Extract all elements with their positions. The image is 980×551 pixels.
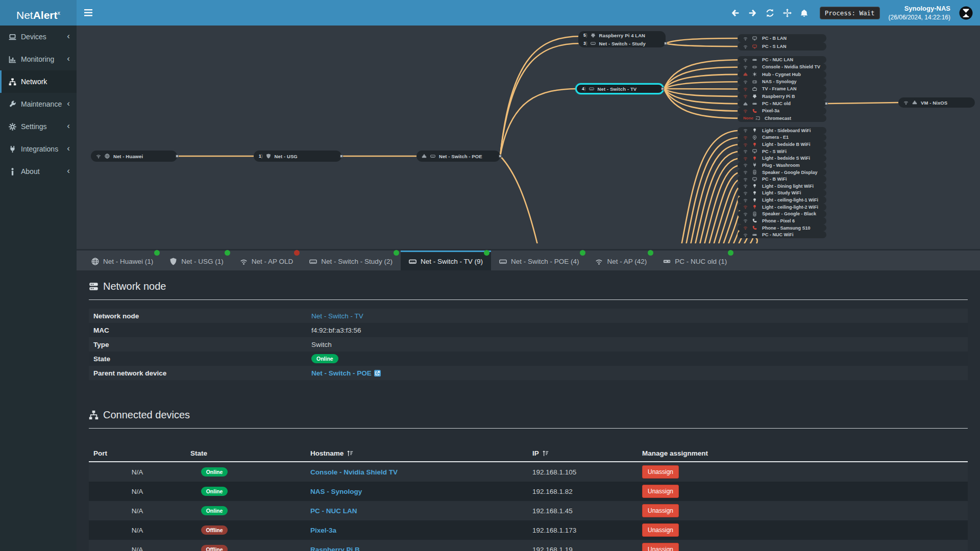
- laptop-icon: [9, 33, 16, 41]
- brand-logo[interactable]: NetAlertx: [0, 0, 77, 26]
- network-topology-diagram[interactable]: Net - Huawei1)Net - USGNet - Switch - PO…: [77, 26, 980, 249]
- sidebar-item-label: Monitoring: [21, 55, 54, 63]
- device-leaf[interactable]: Light - bedside S WiFi: [738, 155, 826, 162]
- device-leaf[interactable]: Light - Dining light WiFi: [738, 183, 826, 190]
- tab-net-switch-study-2-[interactable]: Net - Switch - Study (2): [301, 251, 401, 270]
- wifi-icon: [743, 198, 748, 203]
- device-leaf[interactable]: Plug - Washroom: [738, 162, 826, 169]
- unassign-button[interactable]: Unassign: [642, 543, 679, 551]
- hostname-link[interactable]: Pixel-3a: [310, 527, 336, 534]
- globe-icon: [105, 154, 110, 159]
- device-leaf[interactable]: Light - ceiling-light-1 WiFi: [738, 196, 826, 204]
- sidebar-toggle-button[interactable]: [77, 0, 100, 26]
- hostname-link[interactable]: Raspberry Pi B: [310, 546, 360, 551]
- nav-forward-button[interactable]: [748, 9, 757, 17]
- user-avatar[interactable]: [959, 6, 973, 20]
- notifications-bell-button[interactable]: [800, 9, 808, 17]
- plug-icon: [752, 163, 757, 167]
- topology-edges: [77, 26, 980, 243]
- device-leaf[interactable]: PC - NUC LAN: [738, 56, 826, 63]
- tab-net-switch-poe-4-[interactable]: Net - Switch - POE (4): [491, 251, 587, 270]
- status-dot: [394, 250, 399, 256]
- network-node-section-title: Network node: [89, 281, 968, 292]
- device-leaf[interactable]: NoneChromecast: [738, 115, 826, 122]
- wifi-icon: [743, 163, 748, 167]
- connected-devices-section-title: Connected devices: [89, 409, 968, 421]
- bulb-icon: [752, 128, 757, 133]
- device-leaf[interactable]: Pixel-3a: [738, 107, 826, 114]
- device-leaf[interactable]: NAS - Synology: [738, 78, 826, 85]
- speaker-icon: [752, 212, 757, 216]
- ip-sort-header[interactable]: IP: [528, 449, 638, 457]
- unassign-button[interactable]: Unassign: [642, 504, 679, 517]
- wifi-icon: [743, 109, 748, 113]
- shield-icon: [266, 154, 271, 159]
- device-leaf[interactable]: PC - NUC old: [738, 100, 826, 107]
- tab-net-usg-1-[interactable]: Net - USG (1): [161, 251, 232, 270]
- sidebar-item-devices[interactable]: Devices‹: [0, 26, 77, 48]
- device-leaf[interactable]: Phone - Pixel 6: [738, 217, 826, 224]
- sidebar-item-settings[interactable]: Settings‹: [0, 115, 77, 138]
- detail-row: StateOnline: [89, 352, 968, 366]
- device-leaf[interactable]: Raspberry Pi B: [738, 93, 826, 100]
- topology-node-huawei[interactable]: Net - Huawei: [91, 151, 177, 162]
- sidebar-item-network[interactable]: Network: [0, 70, 77, 93]
- wifi-icon: [743, 87, 748, 91]
- sidebar-item-integrations[interactable]: Integrations‹: [0, 138, 77, 160]
- state-pill: Offline: [201, 545, 228, 551]
- tab-net-switch-tv-9-[interactable]: Net - Switch - TV (9): [401, 251, 491, 270]
- device-leaf[interactable]: PC - S WiFi: [738, 148, 826, 155]
- topology-node-combo[interactable]: 5)Raspberry Pi 4 LAN3)Net - Switch - Stu…: [578, 31, 666, 47]
- device-leaf[interactable]: Light - bedside B WiFi: [738, 141, 826, 148]
- pc-icon: [752, 58, 757, 62]
- sidebar-item-about[interactable]: About‹: [0, 160, 77, 183]
- cast-icon: [755, 116, 760, 120]
- network-node-tabbar: Net - Huawei (1)Net - USG (1)Net - AP OL…: [77, 251, 980, 270]
- device-leaf[interactable]: TV - Frame LAN: [738, 85, 826, 92]
- parent-node-link[interactable]: Net - Switch - POE: [311, 369, 372, 377]
- unassign-button[interactable]: Unassign: [642, 485, 679, 498]
- device-leaf[interactable]: Camera - E1: [738, 134, 826, 141]
- unassign-button[interactable]: Unassign: [642, 523, 679, 537]
- raspberry-icon: [752, 94, 757, 98]
- phone-icon: [752, 226, 757, 230]
- topology-node-usg[interactable]: 1)Net - USG: [254, 151, 341, 162]
- node-link[interactable]: Net - Switch - TV: [311, 312, 363, 320]
- topology-node-vm[interactable]: VM - NixOS: [898, 97, 975, 108]
- tab-pc-nuc-old-1-[interactable]: PC - NUC old (1): [655, 251, 735, 270]
- device-leaf[interactable]: Light - Study WiFi: [738, 190, 826, 197]
- connected-devices-table: PortStateHostname IP Manage assignmentN/…: [89, 445, 968, 551]
- device-leaf[interactable]: Speaker - Google - Black: [738, 211, 826, 218]
- sidebar-item-monitoring[interactable]: Monitoring‹: [0, 48, 77, 70]
- hostname-sort-header[interactable]: Hostname: [306, 449, 528, 457]
- sidebar-item-label: Integrations: [21, 145, 58, 153]
- hostname-link[interactable]: PC - NUC LAN: [310, 507, 357, 515]
- device-leaf[interactable]: Light - ceiling-light-2 WiFi: [738, 204, 826, 211]
- refresh-button[interactable]: [766, 9, 774, 17]
- device-leaf[interactable]: Phone - Samsung S10: [738, 224, 826, 232]
- device-group-g3: Light - Sideboard WiFiCamera - E1Light -…: [738, 127, 826, 238]
- device-leaf[interactable]: Light - Sideboard WiFi: [738, 127, 826, 134]
- topology-node-tv[interactable]: 4)Net - Switch - TV: [575, 83, 664, 94]
- monitor-icon: [752, 149, 757, 154]
- nav-back-button[interactable]: [731, 9, 740, 17]
- bulb-icon: [752, 191, 757, 195]
- device-leaf[interactable]: PC - B LAN: [738, 34, 826, 42]
- device-leaf[interactable]: PC - B WiFi: [738, 176, 826, 183]
- hostname-link[interactable]: NAS - Synology: [310, 488, 362, 495]
- tab-net-ap-42-[interactable]: Net - AP (42): [587, 251, 655, 270]
- device-leaf[interactable]: PC - S LAN: [738, 42, 826, 51]
- sidebar-item-maintenance[interactable]: Maintenance‹: [0, 93, 77, 115]
- topology-node-poe[interactable]: Net - Switch - POE: [416, 151, 500, 162]
- device-leaf[interactable]: Speaker - Google Display: [738, 169, 826, 176]
- device-leaf[interactable]: Console - Nvidia Shield TV: [738, 63, 826, 70]
- status-dot: [294, 250, 300, 256]
- device-leaf[interactable]: Hub - Cygnet Hub: [738, 71, 826, 78]
- device-leaf[interactable]: PC - NUC WiFi: [738, 231, 826, 238]
- tab-net-ap-old[interactable]: Net - AP OLD: [232, 251, 302, 270]
- tab-net-huawei-1-[interactable]: Net - Huawei (1): [83, 251, 161, 270]
- pan-move-button[interactable]: [783, 9, 792, 17]
- node-details-panel: Network node Network nodeNet - Switch - …: [77, 270, 980, 551]
- unassign-button[interactable]: Unassign: [642, 465, 679, 479]
- hostname-link[interactable]: Console - Nvidia Shield TV: [310, 468, 398, 476]
